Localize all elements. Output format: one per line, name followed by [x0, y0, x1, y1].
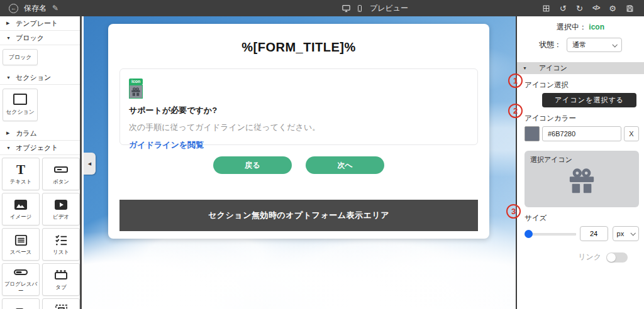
sidebar-section-section[interactable]: ▼ セクション [0, 70, 80, 85]
top-toolbar: ← 保存名 ✎ プレビュー ↺ ↻ </> ⚙ [0, 0, 644, 16]
object-item-space[interactable]: スペース [2, 228, 40, 261]
icon-section-header[interactable]: ▼ アイコン [517, 62, 644, 74]
selection-tag: icon [129, 79, 143, 85]
section-outline-icon [13, 94, 27, 105]
block-item[interactable]: ブロック [3, 49, 38, 65]
annotation-circle-2: 2 [508, 104, 523, 118]
chevron-left-icon: ◀ [88, 161, 91, 166]
save-name-label: 保存名 [24, 3, 47, 14]
icon-select-label: アイコン選択 [525, 80, 636, 90]
size-label: サイズ [525, 214, 636, 223]
link-toggle[interactable] [606, 252, 628, 263]
icon-color-label: アイコンカラー [525, 114, 636, 123]
selected-icon-element[interactable]: icon [129, 74, 143, 99]
stacked-squares-a-icon: A [14, 307, 28, 309]
gift-icon [129, 85, 143, 99]
sidebar-section-object[interactable]: ▼ オブジェクト [0, 141, 80, 155]
chevron-right-icon: ▶ [6, 131, 11, 136]
preview-label: プレビュー [370, 3, 408, 14]
object-grid: T テキスト ボタン イメージ ビデオ [0, 155, 80, 309]
edit-pencil-icon[interactable]: ✎ [52, 4, 58, 13]
save-icon[interactable] [626, 4, 634, 13]
chevron-down-icon [630, 230, 635, 236]
checklist-icon [54, 233, 69, 247]
sidebar-section-label: オブジェクト [16, 143, 58, 153]
image-icon [13, 198, 28, 212]
object-item-text[interactable]: T テキスト [2, 158, 40, 190]
gift-icon [530, 166, 633, 195]
block-item-label: ブロック [9, 53, 32, 62]
chevron-down-icon: ▼ [6, 75, 11, 80]
text-lines-box-icon [14, 233, 28, 247]
chevron-down-icon [612, 42, 617, 47]
object-item-video[interactable]: ビデオ [42, 193, 80, 225]
code-icon[interactable]: </> [592, 5, 599, 11]
redo-icon[interactable]: ↻ [576, 4, 583, 13]
slider-knob[interactable] [525, 230, 533, 238]
tabs-icon [53, 268, 69, 282]
chevron-down-icon: ▼ [6, 146, 11, 150]
color-swatch[interactable] [525, 126, 540, 141]
selected-label: 選択中： [557, 23, 587, 31]
next-button[interactable]: 次へ [306, 156, 384, 174]
optform-placeholder-bar: セクション無効時のオプトフォーム表示エリア [119, 200, 478, 231]
object-item-language[interactable]: A [2, 298, 40, 309]
link-label: リンク [578, 252, 601, 263]
support-section[interactable]: icon サポートが必要ですか? 次の手順に従ってガイドラインに従ってください。… [119, 68, 478, 145]
sidebar-section-template[interactable]: ▶ テンプレート [0, 16, 80, 31]
text-icon: T [16, 163, 25, 176]
annotation-circle-1: 1 [508, 73, 523, 88]
left-sidebar: ▶ テンプレート ▼ ブロック ブロック ▼ セクション セクション ▶ カラム… [0, 16, 82, 309]
layout-grid-icon[interactable] [542, 4, 550, 13]
state-select[interactable]: 通常 [567, 38, 622, 52]
back-icon[interactable]: ← [9, 4, 18, 13]
section-item-label: セクション [6, 108, 35, 116]
size-input[interactable] [580, 226, 608, 241]
right-properties-panel: 選択中： icon 状態： 通常 ▼ アイコン アイコン選択 アイコンを選択する… [516, 16, 644, 309]
object-item-tab[interactable]: タブ [42, 263, 80, 296]
desktop-preview-icon[interactable] [341, 4, 351, 13]
sidebar-collapse-handle[interactable]: ◀ [84, 153, 96, 175]
editor-canvas[interactable]: %[FORM_TITLE]% icon サポートが必要ですか? 次の手順に従って… [84, 16, 516, 309]
page-builder-app: ← 保存名 ✎ プレビュー ↺ ↻ </> ⚙ [0, 0, 644, 309]
form-preview-card[interactable]: %[FORM_TITLE]% icon サポートが必要ですか? 次の手順に従って… [108, 24, 489, 239]
sidebar-section-label: セクション [16, 73, 51, 82]
size-slider[interactable] [525, 229, 575, 238]
undo-icon[interactable]: ↺ [560, 4, 567, 13]
selected-icon-preview-box: 選択アイコン [525, 151, 639, 207]
mobile-preview-icon[interactable] [356, 4, 364, 13]
toggle-knob [607, 253, 616, 262]
annotation-circle-3: 3 [506, 204, 521, 219]
object-item-content[interactable]: コンテンツ [42, 298, 80, 309]
section-item[interactable]: セクション [3, 89, 38, 121]
selected-element-name: icon [589, 23, 604, 31]
chevron-down-icon: ▼ [523, 66, 527, 70]
size-unit-select[interactable]: px [613, 226, 639, 241]
video-play-icon [53, 198, 69, 212]
color-clear-button[interactable]: X [624, 126, 639, 141]
icon-select-button[interactable]: アイコンを選択する [542, 93, 636, 107]
state-label: 状態： [539, 40, 562, 50]
button-icon [53, 163, 69, 176]
object-item-button[interactable]: ボタン [42, 158, 80, 190]
sidebar-section-label: ブロック [16, 33, 44, 43]
sidebar-section-column[interactable]: ▶ カラム [0, 126, 80, 141]
object-item-progressbar[interactable]: プログレスバー [2, 263, 40, 296]
support-body: 次の手順に従ってガイドラインに従ってください。 [129, 122, 469, 133]
icon-color-input[interactable] [542, 126, 621, 141]
icon-section-title: アイコン [539, 63, 567, 73]
dashed-frame-icon [54, 303, 69, 309]
sidebar-section-block[interactable]: ▼ ブロック [0, 31, 80, 45]
gear-icon[interactable]: ⚙ [609, 4, 616, 13]
back-button[interactable]: 戻る [213, 156, 292, 174]
chevron-right-icon: ▶ [6, 21, 11, 26]
support-heading: サポートが必要ですか? [129, 105, 469, 116]
sidebar-section-label: カラム [16, 129, 37, 138]
object-item-image[interactable]: イメージ [2, 193, 40, 225]
object-item-list[interactable]: リスト [42, 228, 80, 261]
progress-bar-icon [13, 265, 28, 279]
chevron-down-icon: ▼ [6, 36, 11, 40]
guideline-link[interactable]: ガイドラインを閲覧 [129, 139, 204, 151]
sidebar-section-label: テンプレート [16, 19, 58, 28]
form-title: %[FORM_TITLE]% [108, 40, 489, 55]
